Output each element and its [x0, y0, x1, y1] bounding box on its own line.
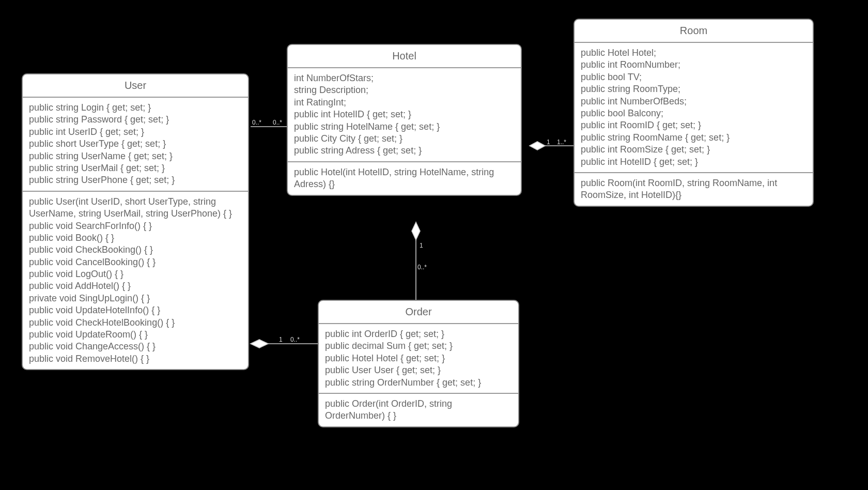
class-hotel-ops: public Hotel(int HotelID, string HotelNa…: [288, 162, 521, 195]
op: public void Book() { }: [29, 232, 242, 244]
mult-user-hotel-left: 0..*: [252, 119, 261, 126]
op: public void AddHotel() { }: [29, 280, 242, 292]
attr: public string RoomType;: [581, 83, 807, 95]
attr: public int RoomSize { get; set; }: [581, 144, 807, 156]
attr: public string UserMail { get; set; }: [29, 162, 242, 174]
mult-hotel-room-right: 1..*: [557, 139, 566, 146]
op: public void RemoveHotel() { }: [29, 353, 242, 365]
mult-user-hotel-right: 0..*: [273, 119, 282, 126]
class-order: Order public int OrderID { get; set; } p…: [318, 300, 519, 427]
attr: public int NumberOfBeds;: [581, 96, 807, 108]
class-hotel-title: Hotel: [288, 45, 521, 68]
class-hotel: Hotel int NumberOfStars; string Descript…: [287, 44, 522, 196]
attr: public City City { get; set; }: [294, 133, 515, 145]
attr: public int UserID { get; set; }: [29, 126, 242, 138]
attr: public bool Balcony;: [581, 108, 807, 119]
class-user-attrs: public string Login { get; set; } public…: [23, 98, 248, 192]
attr: public string Password { get; set; }: [29, 114, 242, 126]
op: public void UpdateRoom() { }: [29, 329, 242, 341]
attr: int RatingInt;: [294, 97, 515, 109]
uml-canvas: 0..* 0..* 1 1..* 1 0..* 1 0..* User publ…: [0, 0, 868, 490]
attr: public bool TV;: [581, 71, 807, 83]
op: public void CheckHotelBooking() { }: [29, 317, 242, 329]
attr: public string UserPhone { get; set; }: [29, 174, 242, 186]
attr: public Hotel Hotel { get; set; }: [325, 353, 512, 364]
attr: public int HotelID { get; set; }: [581, 156, 807, 168]
attr: public User User { get; set; }: [325, 364, 512, 376]
attr: public string HotelName { get; set; }: [294, 121, 515, 133]
attr: public short UserType { get; set; }: [29, 138, 242, 150]
class-hotel-attrs: int NumberOfStars; string Description; i…: [288, 68, 521, 162]
op: public void LogOut() { }: [29, 268, 242, 280]
class-user: User public string Login { get; set; } p…: [22, 73, 249, 370]
op: public void CancelBooking() { }: [29, 256, 242, 268]
op: public Hotel(int HotelID, string HotelNa…: [294, 166, 515, 191]
class-room-title: Room: [575, 20, 813, 43]
attr: string Description;: [294, 84, 515, 96]
attr: public int RoomID { get; set; }: [581, 119, 807, 131]
attr: public int RoomNumber;: [581, 59, 807, 71]
mult-user-order-right: 0..*: [290, 336, 300, 343]
attr: int NumberOfStars;: [294, 72, 515, 84]
class-room-attrs: public Hotel Hotel; public int RoomNumbe…: [575, 43, 813, 173]
attr: public string UserName { get; set; }: [29, 150, 242, 162]
class-user-title: User: [23, 74, 248, 98]
class-order-attrs: public int OrderID { get; set; } public …: [319, 324, 518, 394]
mult-user-order-left: 1: [279, 336, 283, 343]
attr: public string Adress { get; set; }: [294, 145, 515, 157]
op: private void SingUpLogin() { }: [29, 293, 242, 304]
class-room: Room public Hotel Hotel; public int Room…: [574, 19, 814, 207]
attr: public int HotelID { get; set; }: [294, 109, 515, 120]
attr: public string RoomName { get; set; }: [581, 132, 807, 144]
class-order-title: Order: [319, 301, 518, 324]
mult-hotel-order-top: 1: [420, 242, 423, 249]
attr: public decimal Sum { get; set; }: [325, 340, 512, 352]
op: public User(int UserID, short UserType, …: [29, 196, 242, 220]
op: public void CheckBooking() { }: [29, 244, 242, 256]
op: public void SearchForInfo() { }: [29, 220, 242, 232]
class-user-ops: public User(int UserID, short UserType, …: [23, 192, 248, 369]
attr: public int OrderID { get; set; }: [325, 328, 512, 340]
attr: public string OrderNumber { get; set; }: [325, 377, 512, 389]
op: public Order(int OrderID, string OrderNu…: [325, 398, 512, 422]
op: public void UpdateHotelInfo() { }: [29, 304, 242, 316]
mult-hotel-order-bottom: 0..*: [417, 264, 427, 271]
mult-hotel-room-left: 1: [547, 139, 550, 146]
class-room-ops: public Room(int RoomID, string RoomName,…: [575, 173, 813, 206]
attr: public string Login { get; set; }: [29, 102, 242, 114]
attr: public Hotel Hotel;: [581, 47, 807, 59]
class-order-ops: public Order(int OrderID, string OrderNu…: [319, 394, 518, 426]
op: public void ChangeAccess() { }: [29, 341, 242, 353]
op: public Room(int RoomID, string RoomName,…: [581, 177, 807, 202]
